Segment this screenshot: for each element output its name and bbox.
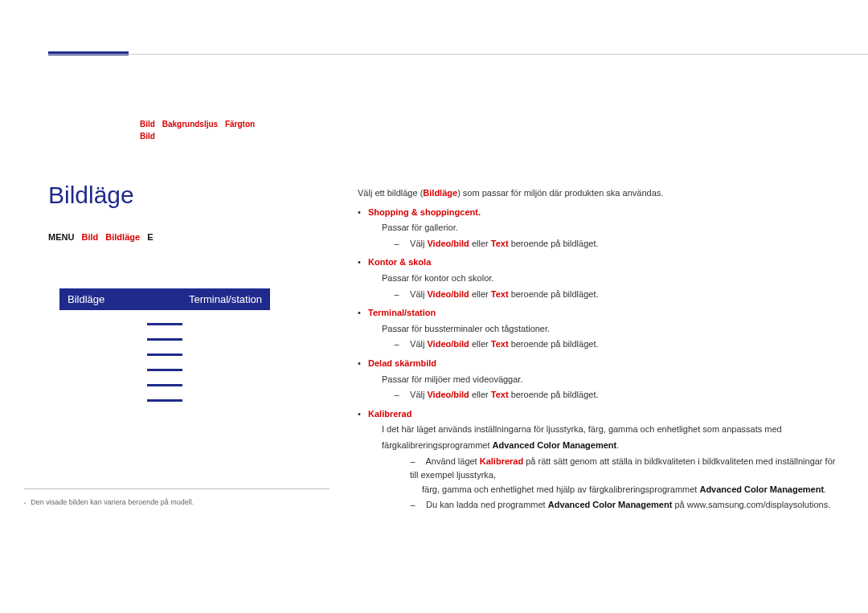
mode-shopping-choice: Välj Video/bild eller Text beroende på b… xyxy=(394,237,844,251)
footer-note: Den visade bilden kan variera beroende p… xyxy=(24,498,194,506)
mode-videowall-desc: Passar för miljöer med videoväggar. xyxy=(382,373,844,387)
header-divider xyxy=(48,54,868,55)
panel-line xyxy=(147,399,182,402)
calibrated-p1a: I det här läget används inställningarna … xyxy=(382,423,844,437)
mode-calibrated-label: Kalibrerad xyxy=(368,409,411,419)
panel-line xyxy=(147,384,182,386)
page-title: Bildläge xyxy=(48,182,134,209)
intro-line: Välj ett bildläge (Bildläge) som passar … xyxy=(358,186,844,201)
mode-videowall: • Delad skärmbild xyxy=(358,357,844,371)
mode-terminal-choice: Välj Video/bild eller Text beroende på b… xyxy=(394,337,844,352)
mode-office-label: Kontor & skola xyxy=(368,257,431,267)
mode-terminal-label: Terminal/station xyxy=(368,308,436,317)
mode-office-choice: Välj Video/bild eller Text beroende på b… xyxy=(394,288,844,302)
mode-terminal: • Terminal/station xyxy=(358,306,844,321)
intro-bildlage: Bildläge xyxy=(423,188,457,198)
breadcrumb-bild: Bild xyxy=(81,232,98,242)
panel-line xyxy=(147,353,182,356)
tag-bakgrundsljus: Bakgrundsljus xyxy=(162,120,218,129)
tag-fargton: Färgton xyxy=(225,120,255,129)
mode-office-desc: Passar för kontor och skolor. xyxy=(382,272,844,286)
panel-header-left: Bildläge xyxy=(68,293,104,305)
header-tags: Bild Bakgrundsljus Färgton Bild xyxy=(140,118,260,142)
calibrated-b1: Använd läget Kalibrerad på rätt sätt gen… xyxy=(410,455,844,483)
content-area: Välj ett bildläge (Bildläge) som passar … xyxy=(358,186,844,513)
panel-line xyxy=(147,338,182,341)
breadcrumb-bildlage: Bildläge xyxy=(105,232,140,242)
mode-videowall-choice: Välj Video/bild eller Text beroende på b… xyxy=(394,388,844,403)
breadcrumb: MENU Bild Bildläge E xyxy=(48,232,154,242)
preview-panel-body xyxy=(59,310,270,402)
mode-calibrated: • Kalibrerad xyxy=(358,407,844,422)
calibrated-b1-line2: färg, gamma och enhetlighet med hjälp av… xyxy=(422,483,844,497)
mode-shopping-label: Shopping & shoppingcent. xyxy=(368,207,481,217)
panel-line xyxy=(147,323,182,325)
preview-panel: Bildläge Terminal/station xyxy=(59,288,270,402)
tag-bild: Bild xyxy=(140,120,155,129)
mode-terminal-desc: Passar för bussterminaler och tågstation… xyxy=(382,322,844,337)
breadcrumb-e: E xyxy=(147,232,153,242)
tag-bild-2: Bild xyxy=(140,132,155,141)
mode-shopping-desc: Passar för gallerior. xyxy=(382,221,844,235)
panel-header-right: Terminal/station xyxy=(189,293,262,305)
preview-panel-header: Bildläge Terminal/station xyxy=(59,288,270,310)
panel-line xyxy=(147,369,182,371)
mode-videowall-label: Delad skärmbild xyxy=(368,358,436,368)
footer-divider xyxy=(24,488,330,489)
mode-shopping: • Shopping & shoppingcent. xyxy=(358,206,844,220)
breadcrumb-menu: MENU xyxy=(48,232,74,242)
calibrated-b2: Du kan ladda ned programmet Advanced Col… xyxy=(410,498,844,513)
calibrated-p1b: färgkalibreringsprogrammet Advanced Colo… xyxy=(382,439,844,453)
mode-office: • Kontor & skola xyxy=(358,255,844,270)
